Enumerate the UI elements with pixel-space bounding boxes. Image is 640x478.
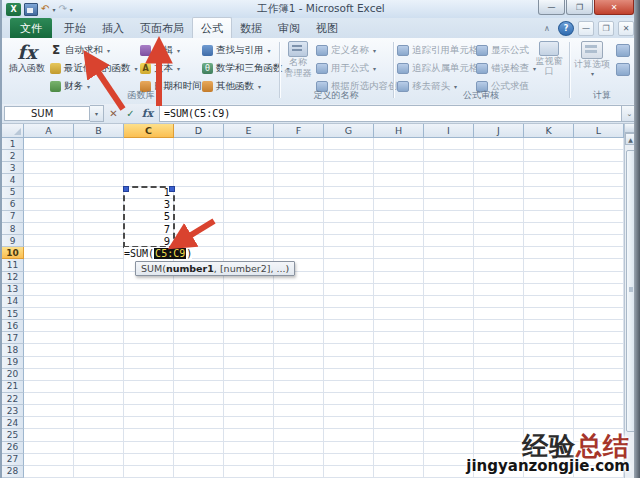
name-manager-button[interactable]: 名称 管理器 [282,41,314,79]
cell-C8[interactable]: 7 [124,223,170,235]
minimize-button[interactable]: — [538,0,565,15]
tab-page-layout[interactable]: 页面布局 [132,18,192,38]
row-header-26[interactable]: 26 [2,442,24,454]
cell-C7[interactable]: 5 [124,211,170,223]
cell-C5[interactable]: 1 [124,187,170,199]
row-header-10[interactable]: 10 [2,247,24,259]
select-all-corner[interactable] [2,124,24,138]
formula-input[interactable]: =SUM(C5:C9) [159,105,621,122]
tab-file[interactable]: 文件 [10,18,52,38]
tab-data[interactable]: 数据 [232,18,270,38]
row-header-24[interactable]: 24 [2,417,24,429]
row-header-14[interactable]: 14 [2,296,24,308]
worksheet-grid: ABCDEFGHIJKL 123456789101112131415161718… [2,124,636,478]
column-header-D[interactable]: D [174,124,224,138]
column-header-A[interactable]: A [24,124,74,138]
column-header-J[interactable]: J [474,124,524,138]
cancel-formula-icon[interactable]: ✕ [106,106,121,121]
maximize-button[interactable]: ❐ [566,0,593,15]
row-header-16[interactable]: 16 [2,320,24,332]
row-header-22[interactable]: 22 [2,393,24,405]
tab-home[interactable]: 开始 [56,18,94,38]
define-name-icon [316,45,328,56]
trace-precedents-icon [397,45,409,56]
trace-dependents-button[interactable]: 追踪从属单元格 [397,60,479,76]
cell-C6[interactable]: 3 [124,199,170,211]
cell-edit-formula[interactable]: =SUM(C5:C9) [124,247,192,259]
group-label-function-library: 函数库 [4,89,278,102]
row-header-1[interactable]: 1 [2,138,24,150]
row-header-6[interactable]: 6 [2,199,24,211]
title-bar: X ↶ ▾ ↷ ▾ 工作簿1 - Microsoft Excel — ❐ ✕ [2,0,640,19]
calculate-now-icon[interactable] [616,44,630,57]
tab-view[interactable]: 视图 [308,18,346,38]
column-header-L[interactable]: L [574,124,624,138]
row-header-17[interactable]: 17 [2,332,24,344]
workbook-restore-icon[interactable]: ❐ [598,21,614,36]
column-header-F[interactable]: F [274,124,324,138]
row-header-4[interactable]: 4 [2,174,24,186]
show-formulas-button[interactable]: 显示公式 [476,42,536,58]
help-icon[interactable]: ? [558,21,574,36]
tab-review[interactable]: 审阅 [270,18,308,38]
enter-formula-icon[interactable]: ✓ [123,106,138,121]
row-header-8[interactable]: 8 [2,223,24,235]
tab-insert[interactable]: 插入 [94,18,132,38]
math-trig-button[interactable]: θ 数学和三角函数 ▾ [202,60,290,76]
tab-formulas[interactable]: 公式 [192,17,232,38]
column-header-K[interactable]: K [524,124,574,138]
row-header-20[interactable]: 20 [2,369,24,381]
watch-window-button[interactable]: 监视窗口 [532,41,566,77]
insert-function-icon[interactable]: fx [140,106,155,121]
row-header-2[interactable]: 2 [2,150,24,162]
logical-button[interactable]: 逻辑 ▾ [140,42,209,58]
watch-window-icon [539,41,559,56]
cells-area[interactable] [24,138,624,478]
row-header-25[interactable]: 25 [2,429,24,441]
column-headers: ABCDEFGHIJKL [24,124,624,138]
ribbon-collapse-icon[interactable]: ∧ [540,22,554,35]
recent-functions-button[interactable]: 最近使用的函数 ▾ [50,60,138,76]
insert-function-button[interactable]: fx 插入函数 [8,41,46,74]
row-header-5[interactable]: 5 [2,187,24,199]
column-header-E[interactable]: E [224,124,274,138]
column-header-B[interactable]: B [74,124,124,138]
row-header-15[interactable]: 15 [2,308,24,320]
group-defined-names: 名称 管理器 定义名称 ▾ 用于公式 ▾ 根据所选内容创建 [280,38,392,104]
row-header-21[interactable]: 21 [2,381,24,393]
row-headers: 1234567891011121314151617181920212223242… [2,138,24,478]
row-header-7[interactable]: 7 [2,211,24,223]
row-header-28[interactable]: 28 [2,466,24,478]
close-button[interactable]: ✕ [594,0,634,15]
row-header-27[interactable]: 27 [2,454,24,466]
calculate-sheet-icon[interactable] [616,63,630,76]
row-header-11[interactable]: 11 [2,259,24,271]
column-header-C[interactable]: C [124,124,174,138]
cell-C9[interactable]: 9 [124,235,170,247]
workbook-close-icon[interactable]: ✕ [618,21,634,36]
row-header-3[interactable]: 3 [2,162,24,174]
lookup-reference-button[interactable]: 查找与引用 ▾ [202,42,290,58]
show-formulas-icon [476,45,488,56]
row-header-18[interactable]: 18 [2,344,24,356]
row-header-13[interactable]: 13 [2,284,24,296]
name-box-dropdown-icon[interactable]: ▾ [90,105,104,122]
calculation-options-button[interactable]: 计算选项 ▾ [572,41,612,77]
workbook-minimize-icon[interactable]: — [578,21,594,36]
row-header-9[interactable]: 9 [2,235,24,247]
column-header-I[interactable]: I [424,124,474,138]
row-header-12[interactable]: 12 [2,272,24,284]
name-manager-icon [288,41,308,57]
column-header-G[interactable]: G [324,124,374,138]
row-header-19[interactable]: 19 [2,357,24,369]
column-header-H[interactable]: H [374,124,424,138]
autosum-button[interactable]: Σ 自动求和 ▾ [50,42,138,58]
name-box[interactable]: SUM [4,106,90,121]
trace-precedents-button[interactable]: 追踪引用单元格 [397,42,479,58]
text-functions-button[interactable]: A 文本 ▾ [140,60,209,76]
group-formula-auditing: 追踪引用单元格 追踪从属单元格 移去箭头 ▾ 显示公式 [394,38,568,104]
error-checking-button[interactable]: 错误检查 ▾ [476,60,536,76]
group-calculation: 计算选项 ▾ 计算 [570,38,634,104]
function-tooltip: SUM(number1, [number2], ...) [135,261,295,276]
row-header-23[interactable]: 23 [2,405,24,417]
